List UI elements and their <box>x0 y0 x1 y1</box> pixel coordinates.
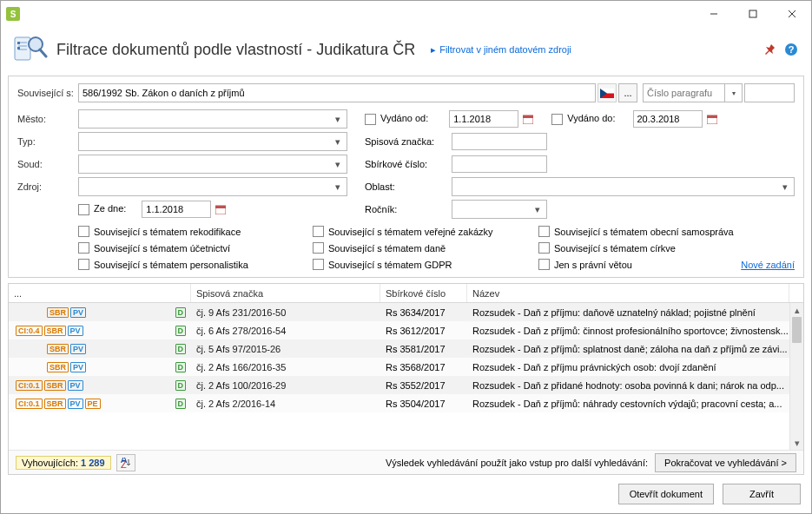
paragraph-input[interactable] <box>643 83 725 102</box>
label-oblast: Oblast: <box>365 181 452 192</box>
scroll-down-icon[interactable]: ▾ <box>790 436 803 450</box>
flag-cz-icon[interactable] <box>597 83 617 102</box>
table-row[interactable]: SBRPVDčj. 2 Afs 166/2016-35Rs 3568/2017R… <box>9 358 803 376</box>
chk-verej[interactable]: Související s tématem veřejné zakázky <box>313 226 538 237</box>
scroll-up-icon[interactable]: ▴ <box>790 303 803 317</box>
calendar-icon[interactable] <box>704 110 720 128</box>
badge: D <box>175 326 187 336</box>
vydano-do-check[interactable]: Vydáno do: <box>551 113 615 125</box>
paragraph-extra-input[interactable] <box>744 83 795 102</box>
chk-rekod[interactable]: Související s tématem rekodifikace <box>78 226 313 237</box>
badge: PV <box>68 399 83 409</box>
mesto-combo[interactable]: ▾ <box>78 109 347 128</box>
table-row[interactable]: SBRPVDčj. 9 Afs 231/2016-50Rs 3634/2017R… <box>9 303 803 321</box>
col-sbirkove[interactable]: Sbírkové číslo <box>380 284 467 302</box>
open-document-button[interactable]: Otevřít dokument <box>618 484 714 504</box>
cell-spisova: čj. 2 Afs 2/2016-14 <box>191 399 380 409</box>
ze-dne-check[interactable]: Ze dne: <box>78 203 126 215</box>
browse-button[interactable]: ... <box>618 83 637 102</box>
col-nazev[interactable]: Název <box>467 284 789 302</box>
chk-gdpr[interactable]: Související s tématem GDPR <box>313 259 538 270</box>
related-to-input[interactable] <box>78 83 596 102</box>
badge: PV <box>70 362 86 372</box>
maximize-button[interactable] <box>733 1 772 27</box>
badge: PE <box>85 399 101 409</box>
badge: PV <box>68 326 83 336</box>
grid-footer: Vyhovujících: 1 289 AZ Výsledek vyhledáv… <box>9 450 803 474</box>
chk-obec[interactable]: Související s tématem obecní samospráva <box>538 226 795 237</box>
scroll-thumb[interactable] <box>792 317 802 343</box>
badge: SBR <box>47 344 69 354</box>
spisova-input[interactable] <box>452 133 547 150</box>
chk-dane[interactable]: Související s tématem daně <box>313 242 538 254</box>
filter-icon <box>13 32 48 67</box>
vydano-od-input[interactable] <box>449 110 518 128</box>
label-soud: Soud: <box>17 159 78 169</box>
label-typ: Typ: <box>17 136 78 147</box>
oblast-combo[interactable]: ▾ <box>452 177 795 196</box>
table-row[interactable]: CI:0.1SBRPVPEDčj. 2 Afs 2/2016-14Rs 3504… <box>9 394 803 412</box>
badge: D <box>175 362 187 372</box>
help-icon[interactable]: ? <box>783 42 799 57</box>
cell-spisova: čj. 6 Afs 278/2016-54 <box>191 326 380 336</box>
label-mesto: Město: <box>17 114 78 124</box>
badge: SBR <box>44 326 66 336</box>
col-spisova[interactable]: Spisová značka <box>191 284 380 302</box>
table-row[interactable]: CI:0.1SBRPVDčj. 2 Afs 100/2016-29Rs 3552… <box>9 376 803 394</box>
col-badges[interactable]: ... <box>9 284 191 302</box>
sbirkove-input[interactable] <box>452 155 547 173</box>
titlebar: S <box>1 1 811 27</box>
app-icon: S <box>6 7 20 21</box>
vydano-do-input[interactable] <box>633 110 703 128</box>
filter-form: Související s: ... ▾ Město:▾ Typ:▾ Soud:… <box>8 76 804 278</box>
rocnik-combo[interactable]: ▾ <box>452 200 547 219</box>
svg-rect-4 <box>15 37 30 60</box>
vydano-od-check[interactable]: Vydáno od: <box>365 113 428 125</box>
chk-ucet[interactable]: Související s tématem účetnictví <box>78 242 313 254</box>
calendar-icon[interactable] <box>520 110 536 128</box>
table-row[interactable]: CI:0.4SBRPVDčj. 6 Afs 278/2016-54Rs 3612… <box>9 321 803 339</box>
label-rocnik: Ročník: <box>365 204 452 214</box>
badge: CI:0.1 <box>16 380 43 391</box>
badge: D <box>175 380 187 391</box>
zdroj-combo[interactable]: ▾ <box>78 177 347 196</box>
pin-icon[interactable] <box>762 42 778 57</box>
continue-search-button[interactable]: Pokračovat ve vyhledávání > <box>655 453 796 472</box>
svg-rect-20 <box>523 115 533 118</box>
app-window: S Filtrace dokumentů podle vlastností - … <box>0 0 812 514</box>
header: Filtrace dokumentů podle vlastností - Ju… <box>1 27 811 76</box>
sort-button[interactable]: AZ <box>116 454 135 471</box>
result-as-input-label: Výsledek vyhledávání použít jako vstup p… <box>386 458 648 468</box>
new-query-link[interactable]: Nové zadání <box>741 260 795 270</box>
close-dialog-button[interactable]: Zavřít <box>723 484 801 504</box>
badge: SBR <box>47 307 69 318</box>
minimize-button[interactable] <box>694 1 733 27</box>
vertical-scrollbar[interactable]: ▴ ▾ <box>789 303 803 450</box>
paragraph-dropdown[interactable]: ▾ <box>725 83 743 102</box>
label-sbirkove: Sbírkové číslo: <box>365 159 452 169</box>
svg-rect-9 <box>17 47 20 49</box>
chk-pravni[interactable]: Jen s právní větou <box>538 259 632 270</box>
badge: PV <box>70 344 86 354</box>
close-button[interactable] <box>772 1 811 27</box>
chk-pers[interactable]: Související s tématem personalistika <box>78 259 313 270</box>
svg-text:?: ? <box>789 44 795 55</box>
svg-rect-22 <box>707 115 717 118</box>
badge: SBR <box>44 399 66 409</box>
badge: PV <box>68 380 83 391</box>
cell-spisova: čj. 5 Afs 97/2015-26 <box>191 344 380 354</box>
typ-combo[interactable]: ▾ <box>78 132 347 151</box>
label-souvisejici: Související s: <box>17 88 78 98</box>
chk-cirkve[interactable]: Související s tématem církve <box>538 242 795 254</box>
result-count: Vyhovujících: 1 289 <box>16 456 111 470</box>
alt-source-link[interactable]: ▸Filtrovat v jiném datovém zdroji <box>431 43 571 56</box>
soud-combo[interactable]: ▾ <box>78 155 347 174</box>
table-row[interactable]: SBRPVDčj. 5 Afs 97/2015-26Rs 3581/2017Ro… <box>9 339 803 358</box>
grid-header: ... Spisová značka Sbírkové číslo Název <box>9 284 803 303</box>
cell-nazev: Rozsudek - Daň z příjmu: daňově uznateln… <box>467 307 803 318</box>
svg-rect-18 <box>215 206 226 208</box>
label-spisova: Spisová značka: <box>365 136 452 147</box>
cell-nazev: Rozsudek - Daň z příjmů: činnost profesi… <box>467 326 803 336</box>
calendar-icon[interactable] <box>213 201 228 218</box>
ze-dne-input[interactable] <box>142 201 211 218</box>
